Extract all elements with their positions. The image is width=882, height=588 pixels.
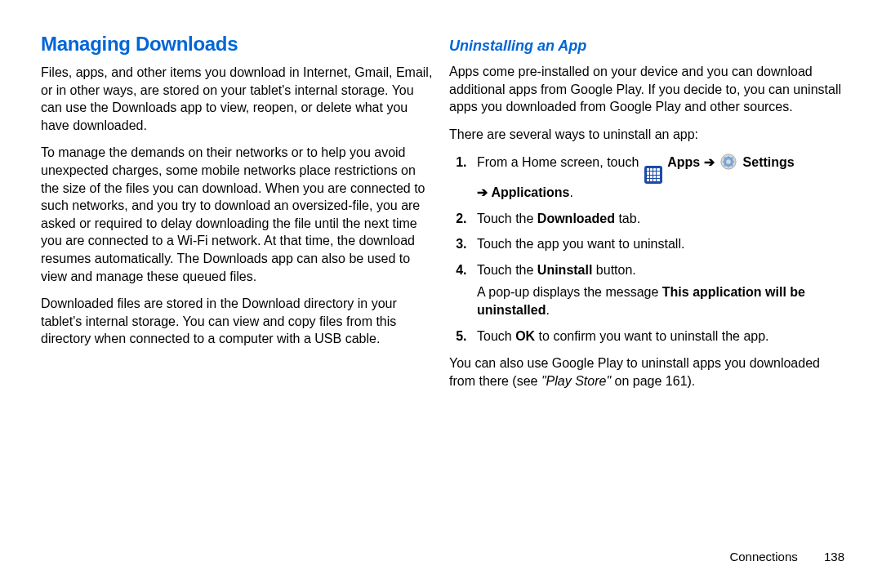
step-text: Touch bbox=[477, 329, 515, 343]
subheading-uninstalling: Uninstalling an App bbox=[449, 38, 841, 55]
heading-managing-downloads: Managing Downloads bbox=[41, 33, 433, 56]
label-downloaded: Downloaded bbox=[537, 212, 615, 225]
settings-gear-icon bbox=[719, 153, 737, 171]
body-paragraph: Downloaded files are stored in the Downl… bbox=[41, 295, 433, 348]
step-item: From a Home screen, touch Apps ➔ Setting… bbox=[470, 153, 841, 201]
label-apps: Apps bbox=[667, 155, 700, 169]
step-item: Touch the Uninstall button. A pop-up dis… bbox=[470, 261, 841, 319]
label-settings: Settings bbox=[743, 155, 795, 169]
body-paragraph: To manage the demands on their networks … bbox=[41, 144, 433, 285]
step-text: button. bbox=[592, 263, 635, 277]
label-ok: OK bbox=[515, 329, 535, 343]
closing-text: on page 161). bbox=[611, 374, 695, 388]
label-uninstall: Uninstall bbox=[537, 263, 593, 277]
step-text: tab. bbox=[615, 212, 640, 225]
step-item: Touch the Downloaded tab. bbox=[470, 210, 841, 228]
body-paragraph: Files, apps, and other items you downloa… bbox=[41, 64, 433, 134]
step-text: to confirm you want to uninstall the app… bbox=[535, 329, 768, 343]
steps-list: From a Home screen, touch Apps ➔ Setting… bbox=[449, 153, 841, 345]
cross-reference: "Play Store" bbox=[541, 374, 611, 388]
step-item: Touch OK to confirm you want to uninstal… bbox=[470, 327, 841, 345]
arrow-icon: ➔ bbox=[477, 185, 488, 199]
step-text: Touch the bbox=[477, 263, 537, 277]
page-content: Managing Downloads Files, apps, and othe… bbox=[0, 0, 882, 531]
svg-point-1 bbox=[726, 160, 731, 165]
step-text: . bbox=[546, 303, 549, 317]
left-column: Managing Downloads Files, apps, and othe… bbox=[33, 33, 441, 531]
step-text: Touch the app you want to uninstall. bbox=[477, 237, 684, 251]
step-text: A pop-up displays the message bbox=[477, 285, 662, 299]
footer-page-number: 138 bbox=[824, 550, 844, 564]
step-extra: A pop-up displays the message This appli… bbox=[477, 283, 841, 318]
step-item: Touch the app you want to uninstall. bbox=[470, 235, 841, 253]
label-applications: Applications bbox=[491, 185, 569, 199]
body-paragraph: Apps come pre-installed on your device a… bbox=[449, 63, 841, 116]
page-footer: Connections 138 bbox=[729, 550, 844, 564]
arrow-icon: ➔ bbox=[704, 155, 715, 169]
step-text: Touch the bbox=[477, 212, 537, 225]
footer-section-label: Connections bbox=[729, 550, 797, 564]
step-text: From a Home screen, touch bbox=[477, 155, 639, 169]
right-column: Uninstalling an App Apps come pre-instal… bbox=[441, 33, 849, 531]
closing-paragraph: You can also use Google Play to uninstal… bbox=[449, 354, 841, 390]
body-paragraph: There are several ways to uninstall an a… bbox=[449, 126, 841, 144]
apps-grid-icon bbox=[644, 166, 662, 184]
